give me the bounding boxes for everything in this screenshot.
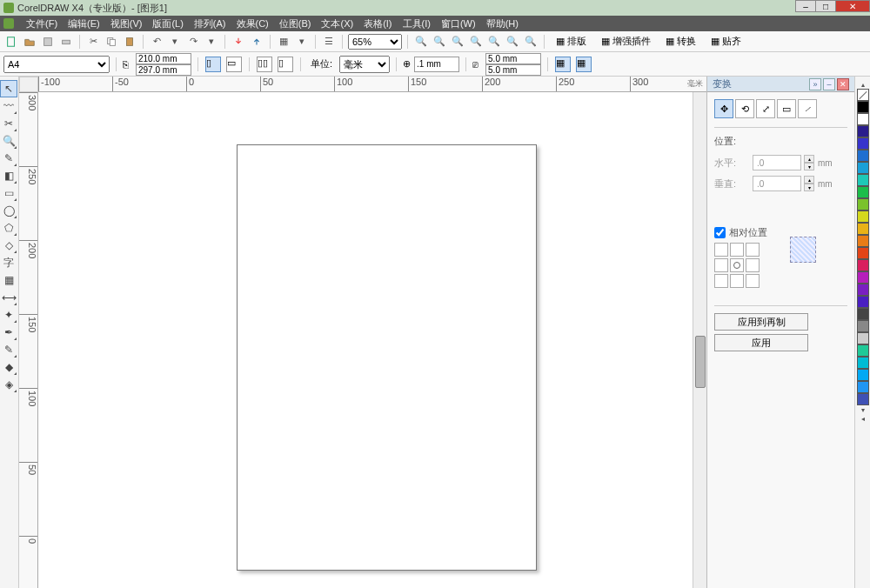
color-swatch[interactable] — [857, 344, 869, 357]
color-swatch[interactable] — [857, 113, 869, 125]
color-swatch[interactable] — [857, 357, 869, 369]
redo-button[interactable]: ↷ — [185, 34, 201, 50]
color-swatch[interactable] — [857, 101, 869, 113]
pick-tool[interactable]: ↖ — [0, 80, 17, 97]
docker-minimize-button[interactable]: – — [823, 78, 835, 90]
anchor-bc[interactable] — [730, 274, 744, 288]
vertical-input[interactable] — [753, 176, 801, 191]
zoom-out-icon[interactable]: 🔍 — [432, 34, 447, 50]
size-tab[interactable]: ▭ — [777, 99, 796, 118]
zoom-select[interactable]: 65% — [348, 34, 402, 50]
interactive-blend-tool[interactable]: ✦ — [0, 306, 17, 324]
menu-table[interactable]: 表格(I) — [358, 17, 397, 30]
color-swatch[interactable] — [857, 369, 869, 381]
rotate-tab[interactable]: ⟲ — [735, 99, 754, 118]
color-swatch[interactable] — [857, 284, 869, 296]
color-swatch[interactable] — [857, 320, 869, 332]
palette-flyout-arrow[interactable]: ◂ — [857, 414, 869, 423]
menu-tools[interactable]: 工具(I) — [398, 17, 436, 30]
vertical-scrollbar[interactable] — [693, 92, 706, 588]
crop-tool[interactable]: ✂ — [0, 115, 17, 132]
color-swatch[interactable] — [857, 332, 869, 344]
relative-position-checkbox[interactable]: 相对位置 — [714, 226, 767, 239]
color-swatch[interactable] — [857, 393, 869, 405]
ellipse-tool[interactable]: ◯ — [0, 202, 17, 219]
zoom-page-icon[interactable]: 🔍 — [468, 34, 484, 50]
anchor-br[interactable] — [746, 274, 760, 288]
duplicate-x-input[interactable] — [485, 53, 541, 64]
welcome-button[interactable]: ☰ — [321, 34, 337, 50]
snap-button[interactable]: ▦贴齐 — [705, 34, 747, 50]
table-tool[interactable]: ▦ — [0, 271, 17, 289]
no-color-swatch[interactable] — [857, 89, 869, 101]
freehand-tool[interactable]: ✎ — [0, 150, 17, 167]
anchor-center[interactable] — [730, 258, 744, 272]
redo-dropdown[interactable]: ▾ — [204, 34, 219, 50]
zoom-selected-icon[interactable]: 🔍 — [523, 34, 539, 50]
color-swatch[interactable] — [857, 125, 869, 137]
menu-window[interactable]: 窗口(W) — [436, 17, 481, 30]
zoom-tool[interactable]: 🔍 — [0, 132, 17, 150]
close-button[interactable]: ✕ — [835, 0, 870, 12]
menu-edit[interactable]: 编辑(E) — [63, 17, 105, 30]
page-height-input[interactable] — [136, 64, 191, 76]
menu-view[interactable]: 视图(V) — [105, 17, 148, 30]
color-swatch[interactable] — [857, 235, 869, 247]
menu-effects[interactable]: 效果(C) — [231, 17, 274, 30]
portrait-button[interactable]: ▯ — [205, 57, 221, 72]
canvas-viewport[interactable] — [38, 92, 693, 588]
landscape-button[interactable]: ▭ — [226, 57, 242, 72]
color-swatch[interactable] — [857, 271, 869, 284]
anchor-tl[interactable] — [714, 243, 728, 257]
color-swatch[interactable] — [857, 162, 869, 174]
outline-tool[interactable]: ✎ — [0, 341, 17, 358]
scale-tab[interactable]: ⤢ — [756, 99, 775, 118]
polygon-tool[interactable]: ⬠ — [0, 219, 17, 237]
color-swatch[interactable] — [857, 223, 869, 235]
open-button[interactable] — [22, 34, 37, 50]
menu-layout[interactable]: 版面(L) — [147, 17, 188, 30]
layout-helper-button[interactable]: ▦排版 — [550, 34, 592, 50]
anchor-mr[interactable] — [746, 258, 760, 272]
maximize-button[interactable]: □ — [815, 0, 836, 12]
docker-collapse-button[interactable]: » — [809, 78, 821, 90]
menu-text[interactable]: 文本(X) — [316, 17, 358, 30]
rectangle-tool[interactable]: ▭ — [0, 184, 17, 202]
h-spin-up[interactable]: ▴ — [804, 155, 814, 163]
anchor-bl[interactable] — [714, 274, 728, 288]
save-button[interactable] — [40, 34, 56, 50]
color-swatch[interactable] — [857, 150, 869, 162]
interactive-fill-tool[interactable]: ◈ — [0, 376, 17, 393]
color-swatch[interactable] — [857, 381, 869, 393]
export-button[interactable] — [249, 34, 264, 50]
nudge-input[interactable] — [414, 57, 459, 72]
basic-shapes-tool[interactable]: ◇ — [0, 237, 17, 254]
zoom-in-icon[interactable]: 🔍 — [413, 34, 429, 50]
v-spin-up[interactable]: ▴ — [804, 176, 814, 184]
color-swatch[interactable] — [857, 296, 869, 308]
snap-guidelines-button[interactable]: ▦ — [576, 57, 592, 72]
enhance-plugin-button[interactable]: ▦增强插件 — [595, 34, 657, 50]
duplicate-y-input[interactable] — [485, 64, 541, 76]
paste-button[interactable] — [122, 34, 137, 50]
fill-tool[interactable]: ◆ — [0, 358, 17, 376]
apply-button[interactable]: 应用 — [714, 334, 808, 351]
cut-button[interactable]: ✂ — [85, 34, 101, 50]
ruler-origin[interactable] — [19, 77, 38, 92]
apply-duplicate-button[interactable]: 应用到再制 — [714, 313, 808, 331]
position-tab[interactable]: ✥ — [714, 99, 733, 118]
relative-check-input[interactable] — [714, 227, 726, 238]
import-button[interactable] — [231, 34, 246, 50]
undo-dropdown[interactable]: ▾ — [167, 34, 183, 50]
new-button[interactable] — [3, 34, 19, 50]
skew-tab[interactable]: ⟋ — [798, 99, 817, 118]
dimension-tool[interactable]: ⟷ — [0, 289, 17, 306]
v-spin-down[interactable]: ▾ — [804, 184, 814, 191]
minimize-button[interactable]: – — [795, 0, 816, 12]
color-swatch[interactable] — [857, 198, 869, 210]
current-page-button[interactable]: ▯ — [278, 57, 293, 72]
print-button[interactable] — [58, 34, 74, 50]
snap-objects-button[interactable]: ▦ — [555, 57, 571, 72]
smart-fill-tool[interactable]: ◧ — [0, 167, 17, 184]
color-swatch[interactable] — [857, 259, 869, 271]
